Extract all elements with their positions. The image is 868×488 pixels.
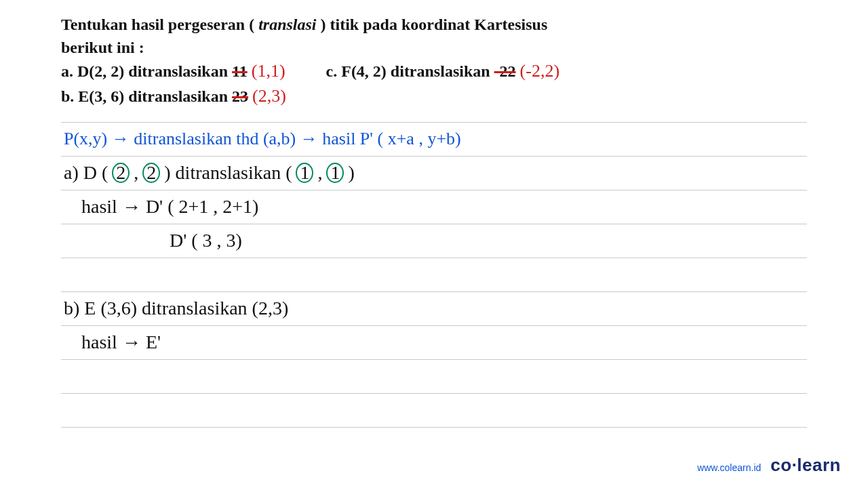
a-comma2: , (317, 162, 322, 184)
a-comma1: , (134, 162, 138, 184)
a-result-final: D' ( 3 , 3) (170, 230, 242, 251)
item-a-text: a. D(2, 2) ditranslasikan (61, 60, 228, 83)
footer-brand: co·learn (770, 455, 841, 476)
circled-1b: 1 (326, 163, 344, 183)
a-head-3: ) (348, 162, 354, 184)
footer-url: www.colearn.id (697, 462, 761, 473)
q-line1-italic: translasi (258, 14, 316, 37)
item-c-correction: (-2,2) (520, 59, 559, 83)
item-b: b. E(3, 6) ditranslasikan 23 (2,3) (61, 84, 807, 108)
item-a: a. D(2, 2) ditranslasikan 11 (1,1) (61, 59, 285, 83)
worksheet-page: Tentukan hasil pergeseran (translasi) ti… (0, 0, 868, 488)
circled-1a: 1 (296, 163, 313, 183)
b-head: b) E (3,6) ditranslasikan (2,3) (64, 298, 288, 319)
circled-2a: 2 (112, 163, 130, 183)
rule-line-formula: P(x,y) → ditranslasikan thd (a,b) → hasi… (61, 123, 807, 157)
work-a-line2: hasil → D' ( 2+1 , 2+1) (61, 190, 807, 224)
item-b-text: b. E(3, 6) ditranslasikan (61, 85, 228, 108)
a-result-expr: hasil → D' ( 2+1 , 2+1) (81, 196, 258, 218)
q-line1-b: ) titik pada koordinat Kartesisus (321, 14, 548, 37)
item-b-struck: 23 (232, 85, 248, 108)
work-b-line1: b) E (3,6) ditranslasikan (2,3) (61, 292, 807, 326)
a-head-1: a) D ( (64, 162, 108, 184)
blank-line-3 (61, 394, 807, 428)
question-line-2: berikut ini : (61, 37, 807, 60)
item-c-struck: -22 (494, 60, 516, 83)
question-block: Tentukan hasil pergeseran (translasi) ti… (61, 14, 807, 108)
translation-rule: P(x,y) → ditranslasikan thd (a,b) → hasi… (64, 129, 461, 149)
work-b-line2: hasil → E' (61, 326, 807, 360)
ruled-area: P(x,y) → ditranslasikan thd (a,b) → hasi… (61, 122, 807, 428)
item-a-struck: 11 (232, 60, 248, 83)
circled-2b: 2 (142, 163, 160, 183)
work-a-line3: D' ( 3 , 3) (61, 224, 807, 258)
blank-line-2 (61, 360, 807, 394)
a-head-2: ) ditranslasikan ( (164, 162, 292, 184)
blank-line-1 (61, 258, 807, 292)
item-a-correction: (1,1) (252, 59, 285, 83)
b-result: hasil → E' (81, 331, 161, 353)
footer: www.colearn.id co·learn (697, 455, 841, 476)
question-line-1: Tentukan hasil pergeseran (translasi) ti… (61, 14, 807, 37)
work-a-line1: a) D ( 2 , 2 ) ditranslasikan ( 1 , 1 ) (61, 157, 807, 190)
question-items-row1: a. D(2, 2) ditranslasikan 11 (1,1) c. F(… (61, 59, 807, 83)
item-b-correction: (2,3) (252, 84, 286, 108)
item-c-text: c. F(4, 2) ditranslasikan (326, 60, 490, 83)
item-c: c. F(4, 2) ditranslasikan -22 (-2,2) (326, 59, 560, 83)
q-line1-a: Tentukan hasil pergeseran ( (61, 14, 254, 37)
